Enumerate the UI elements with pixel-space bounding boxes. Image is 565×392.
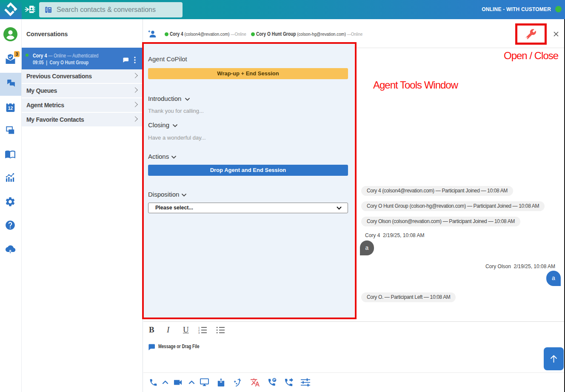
svg-text:12: 12 <box>8 106 13 111</box>
svg-text:P: P <box>273 378 275 382</box>
svg-text:3: 3 <box>198 332 200 334</box>
